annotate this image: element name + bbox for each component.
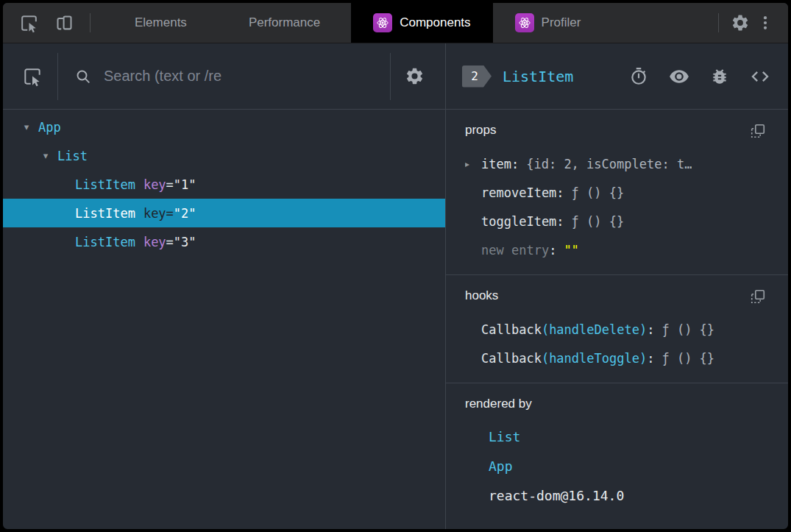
devtools-tab-bar: Elements Performance Components — [3, 3, 788, 43]
hook-row-handledelete: Callback(handleDelete): ƒ () {} — [465, 315, 776, 344]
component-tree-panel: ▾ App ▾ List ListItem key="1" ListItem k… — [3, 43, 446, 529]
props-title: props — [465, 123, 497, 138]
toolbar-divider — [57, 53, 58, 100]
topbar-divider — [718, 13, 719, 32]
key-attribute: key="1" — [143, 177, 196, 192]
tree-row-app[interactable]: ▾ App — [3, 113, 445, 141]
tab-performance[interactable]: Performance — [218, 3, 351, 43]
tree-row-listitem-1[interactable]: ListItem key="1" — [3, 170, 445, 199]
component-name: List — [57, 149, 88, 163]
owners-stack-badge[interactable]: 2 — [462, 65, 492, 88]
selected-component-title: ListItem — [503, 68, 573, 85]
tree-row-list[interactable]: ▾ List — [3, 141, 445, 170]
components-panel: ▾ App ▾ List ListItem key="1" ListItem k… — [3, 43, 788, 529]
prop-row-removeitem: removeItem: ƒ () {} — [465, 178, 776, 207]
inspect-dom-eye-icon[interactable] — [669, 66, 689, 87]
tab-label: Profiler — [542, 15, 581, 30]
component-inspector-panel: 2 ListItem — [446, 43, 788, 529]
rendered-by-title: rendered by — [465, 397, 532, 411]
tab-components[interactable]: Components — [351, 3, 492, 43]
tab-profiler[interactable]: Profiler — [493, 3, 603, 43]
rendered-by-section: rendered by List App react-dom@16.14.0 — [446, 383, 788, 529]
topbar-divider — [90, 13, 91, 32]
prop-row-toggleitem: toggleItem: ƒ () {} — [465, 207, 776, 235]
log-to-console-bug-icon[interactable] — [710, 67, 729, 86]
owner-link-app[interactable]: App — [465, 451, 776, 480]
prop-row-new-entry: new entry: "" — [465, 235, 776, 264]
prop-row-item: ▸ item: {id: 2, isComplete: t… — [465, 149, 776, 178]
tab-label: Elements — [135, 15, 187, 30]
component-name: App — [38, 120, 61, 135]
component-tree: ▾ App ▾ List ListItem key="1" ListItem k… — [3, 110, 445, 529]
react-logo-icon — [373, 13, 392, 32]
tab-label: Performance — [249, 15, 320, 30]
tree-settings-gear-icon[interactable] — [400, 62, 429, 91]
pick-component-icon[interactable] — [18, 62, 47, 91]
hooks-title: hooks — [465, 288, 498, 303]
copy-hooks-icon[interactable] — [750, 288, 766, 305]
tree-toolbar — [3, 43, 445, 110]
owner-link-list[interactable]: List — [465, 422, 776, 451]
chevron-down-icon[interactable]: ▾ — [38, 150, 53, 161]
suspend-timer-icon[interactable] — [629, 67, 648, 86]
settings-gear-icon[interactable] — [728, 10, 753, 35]
tab-elements[interactable]: Elements — [104, 3, 218, 43]
react-logo-icon — [515, 13, 534, 32]
tree-row-listitem-3[interactable]: ListItem key="3" — [3, 227, 445, 256]
search-box — [67, 62, 380, 91]
search-input[interactable] — [104, 68, 380, 85]
tab-label: Components — [400, 15, 470, 30]
search-icon — [73, 62, 93, 91]
props-section: props ▸ item: {id: 2, isComplete: t… — [446, 110, 788, 275]
key-attribute: key="2" — [143, 206, 196, 221]
component-name: ListItem — [75, 235, 135, 249]
view-source-code-icon[interactable] — [750, 66, 770, 87]
key-attribute: key="3" — [143, 235, 196, 249]
hook-row-handletoggle: Callback(handleToggle): ƒ () {} — [465, 344, 776, 372]
toolbar-divider — [390, 53, 391, 100]
copy-props-icon[interactable] — [750, 123, 766, 139]
chevron-right-icon[interactable]: ▸ — [465, 159, 481, 169]
hooks-section: hooks Callback(handleDelete): ƒ () {} — [446, 275, 788, 383]
topbar-trail-icons — [709, 10, 788, 35]
component-name: ListItem — [75, 177, 135, 192]
inspect-element-icon[interactable] — [16, 10, 41, 35]
inspector-header: 2 ListItem — [446, 43, 788, 110]
topbar-lead-icons — [3, 10, 77, 35]
devtools-window: Elements Performance Components — [0, 0, 791, 532]
component-name: ListItem — [75, 206, 135, 221]
chevron-down-icon[interactable]: ▾ — [19, 121, 34, 132]
tree-row-listitem-2-selected[interactable]: ListItem key="2" — [3, 199, 445, 227]
device-toolbar-icon[interactable] — [52, 10, 77, 35]
more-options-icon[interactable] — [753, 10, 778, 35]
renderer-version: react-dom@16.14.0 — [465, 480, 776, 510]
